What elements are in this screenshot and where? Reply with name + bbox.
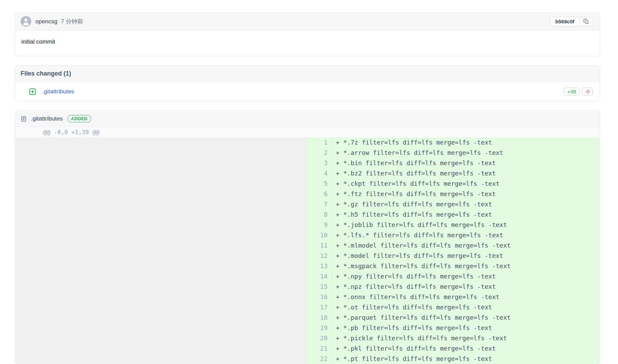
- line-number[interactable]: 14: [306, 271, 332, 282]
- line-number[interactable]: 4: [306, 168, 332, 179]
- line-number[interactable]: 13: [306, 261, 332, 271]
- old-side-empty-cell: [15, 220, 306, 230]
- old-side-empty-cell: [15, 354, 306, 364]
- diff-line-row: 11 + *.mlmodel filter=lfs diff=lfs merge…: [15, 240, 600, 251]
- new-side-cell: 14 + *.npy filter=lfs diff=lfs merge=lfs…: [306, 271, 600, 282]
- copy-hash-button[interactable]: [580, 17, 593, 26]
- diff-rows: 1 + *.7z filter=lfs diff=lfs merge=lfs -…: [15, 137, 600, 364]
- user-avatar-icon: [21, 16, 31, 27]
- line-number[interactable]: 19: [306, 323, 332, 333]
- commit-hash-button[interactable]: b569c0f: [550, 17, 579, 26]
- commit-header-bar: opencsg 7 分钟前 b569c0f: [15, 13, 600, 31]
- new-side-cell: 2 + *.arrow filter=lfs diff=lfs merge=lf…: [306, 148, 600, 158]
- line-number[interactable]: 15: [306, 282, 332, 292]
- diff-line-row: 16 + *.onnx filter=lfs diff=lfs merge=lf…: [15, 292, 600, 302]
- old-side-empty-cell: [15, 230, 306, 240]
- copy-icon: [583, 19, 589, 24]
- diff-line-row: 10 + *.lfs.* filter=lfs diff=lfs merge=l…: [15, 230, 600, 240]
- deletions-badge: -0: [582, 88, 593, 95]
- line-content: + *.pkl filter=lfs diff=lfs merge=lfs -t…: [332, 343, 496, 354]
- new-side-cell: 3 + *.bin filter=lfs diff=lfs merge=lfs …: [306, 158, 600, 168]
- old-side-empty-cell: [15, 209, 306, 220]
- old-side-empty-cell: [15, 343, 306, 354]
- file-text-icon: [21, 116, 27, 122]
- new-side-cell: 7 + *.gz filter=lfs diff=lfs merge=lfs -…: [306, 199, 600, 209]
- old-side-empty-cell: [15, 251, 306, 261]
- old-side-empty-cell: [15, 302, 306, 312]
- line-number[interactable]: 18: [306, 312, 332, 323]
- commit-page: opencsg 7 分钟前 b569c0f initial commit Fil…: [0, 0, 618, 364]
- new-side-cell: 1 + *.7z filter=lfs diff=lfs merge=lfs -…: [306, 137, 600, 148]
- old-side-empty-cell: [15, 199, 306, 209]
- line-content: + *.bin filter=lfs diff=lfs merge=lfs -t…: [332, 158, 496, 168]
- line-content: + *.arrow filter=lfs diff=lfs merge=lfs …: [332, 148, 503, 158]
- diff-line-row: 19 + *.pb filter=lfs diff=lfs merge=lfs …: [15, 323, 600, 333]
- line-number[interactable]: 5: [306, 179, 332, 189]
- line-number[interactable]: 16: [306, 292, 332, 302]
- line-number[interactable]: 10: [306, 230, 332, 240]
- diff-line-row: 6 + *.ftz filter=lfs diff=lfs merge=lfs …: [15, 189, 600, 199]
- line-content: + *.ot filter=lfs diff=lfs merge=lfs -te…: [332, 302, 492, 312]
- line-number[interactable]: 11: [306, 240, 332, 251]
- line-content: + *.pt filter=lfs diff=lfs merge=lfs -te…: [332, 354, 492, 364]
- diff-line-row: 22 + *.pt filter=lfs diff=lfs merge=lfs …: [15, 354, 600, 364]
- line-content: + *.pb filter=lfs diff=lfs merge=lfs -te…: [332, 323, 492, 333]
- line-number[interactable]: 12: [306, 251, 332, 261]
- new-side-cell: 18 + *.parquet filter=lfs diff=lfs merge…: [306, 312, 600, 323]
- new-side-cell: 13 + *.msgpack filter=lfs diff=lfs merge…: [306, 261, 600, 271]
- file-status-badge: ADDED: [68, 115, 91, 122]
- line-content: + *.mlmodel filter=lfs diff=lfs merge=lf…: [332, 240, 511, 251]
- diff-line-row: 18 + *.parquet filter=lfs diff=lfs merge…: [15, 312, 600, 323]
- old-side-empty-cell: [15, 271, 306, 282]
- old-side-empty-cell: [15, 323, 306, 333]
- new-side-cell: 22 + *.pt filter=lfs diff=lfs merge=lfs …: [306, 354, 600, 364]
- line-number[interactable]: 17: [306, 302, 332, 312]
- new-side-cell: 19 + *.pb filter=lfs diff=lfs merge=lfs …: [306, 323, 600, 333]
- line-number[interactable]: 21: [306, 343, 332, 354]
- old-side-empty-cell: [15, 189, 306, 199]
- line-content: + *.lfs.* filter=lfs diff=lfs merge=lfs …: [332, 230, 503, 240]
- line-number[interactable]: 9: [306, 220, 332, 230]
- changed-file-link[interactable]: .gitattributes: [42, 88, 74, 95]
- line-content: + *.model filter=lfs diff=lfs merge=lfs …: [332, 251, 503, 261]
- files-changed-title: Files changed (1): [15, 66, 600, 82]
- diff-line-row: 3 + *.bin filter=lfs diff=lfs merge=lfs …: [15, 158, 600, 168]
- line-number[interactable]: 3: [306, 158, 332, 168]
- new-side-cell: 16 + *.onnx filter=lfs diff=lfs merge=lf…: [306, 292, 600, 302]
- line-number[interactable]: 20: [306, 333, 332, 343]
- old-side-empty-cell: [15, 240, 306, 251]
- changed-file-row: .gitattributes +39 -0: [15, 82, 600, 101]
- commit-message: initial commit: [15, 31, 600, 56]
- diff-line-row: 12 + *.model filter=lfs diff=lfs merge=l…: [15, 251, 600, 261]
- commit-hash-group: b569c0f: [550, 17, 593, 26]
- line-number[interactable]: 8: [306, 209, 332, 220]
- line-number[interactable]: 2: [306, 148, 332, 158]
- line-number[interactable]: 7: [306, 199, 332, 209]
- old-side-empty-cell: [15, 168, 306, 179]
- files-changed-card: Files changed (1) .gitattributes +39 -0: [15, 65, 600, 101]
- line-number[interactable]: 22: [306, 354, 332, 364]
- line-content: + *.npy filter=lfs diff=lfs merge=lfs -t…: [332, 271, 496, 282]
- diff-card: .gitattributes ADDED @@ -0,0 +1,39 @@ 1 …: [15, 110, 600, 364]
- line-content: + *.ftz filter=lfs diff=lfs merge=lfs -t…: [332, 189, 496, 199]
- diff-file-name: .gitattributes: [31, 115, 63, 122]
- line-number[interactable]: 1: [306, 137, 332, 148]
- line-content: + *.joblib filter=lfs diff=lfs merge=lfs…: [332, 220, 507, 230]
- additions-badge: +39: [564, 88, 579, 95]
- hunk-header: @@ -0,0 +1,39 @@: [15, 127, 600, 137]
- old-side-empty-cell: [15, 261, 306, 271]
- diff-line-row: 15 + *.npz filter=lfs diff=lfs merge=lfs…: [15, 282, 600, 292]
- line-number[interactable]: 6: [306, 189, 332, 199]
- diff-line-row: 1 + *.7z filter=lfs diff=lfs merge=lfs -…: [15, 137, 600, 148]
- new-side-cell: 6 + *.ftz filter=lfs diff=lfs merge=lfs …: [306, 189, 600, 199]
- diff-line-row: 17 + *.ot filter=lfs diff=lfs merge=lfs …: [15, 302, 600, 312]
- old-side-empty-cell: [15, 158, 306, 168]
- old-side-empty-cell: [15, 333, 306, 343]
- commit-author-link[interactable]: opencsg: [35, 18, 57, 25]
- diff-line-row: 7 + *.gz filter=lfs diff=lfs merge=lfs -…: [15, 199, 600, 209]
- new-side-cell: 4 + *.bz2 filter=lfs diff=lfs merge=lfs …: [306, 168, 600, 179]
- line-content: + *.onnx filter=lfs diff=lfs merge=lfs -…: [332, 292, 500, 302]
- diff-line-row: 20 + *.pickle filter=lfs diff=lfs merge=…: [15, 333, 600, 343]
- commit-header-card: opencsg 7 分钟前 b569c0f initial commit: [15, 12, 600, 56]
- old-side-empty-cell: [15, 282, 306, 292]
